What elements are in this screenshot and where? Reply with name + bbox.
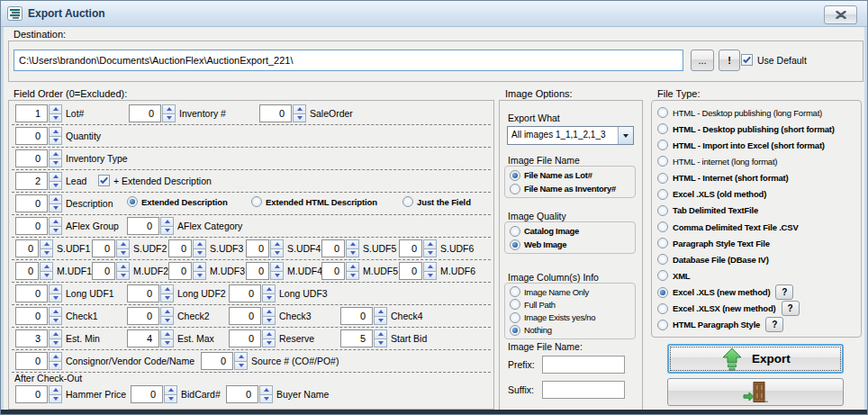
spinner-up-icon[interactable] xyxy=(423,239,437,248)
number-spinner[interactable]: 2 xyxy=(15,172,62,190)
suffix-input[interactable] xyxy=(542,381,625,399)
spinner-down-icon[interactable] xyxy=(164,394,177,404)
spinner-down-icon[interactable] xyxy=(262,293,276,303)
radio-option[interactable]: Extended Description xyxy=(127,196,228,207)
spinner-value[interactable]: 1 xyxy=(15,104,48,122)
number-spinner[interactable]: 0 xyxy=(15,385,62,403)
spinner-value[interactable]: 0 xyxy=(259,104,292,122)
use-default-checkbox[interactable]: Use Default xyxy=(741,54,807,66)
number-spinner[interactable]: 0 xyxy=(229,329,276,347)
number-spinner[interactable]: 0 xyxy=(399,262,437,280)
spinner-down-icon[interactable] xyxy=(423,248,437,258)
number-spinner[interactable]: 5 xyxy=(340,329,387,347)
spinner-up-icon[interactable] xyxy=(49,385,62,394)
spinner-up-icon[interactable] xyxy=(262,284,276,293)
spinner-value[interactable]: 0 xyxy=(127,307,159,325)
title-bar[interactable]: Export Auction xyxy=(1,1,867,27)
file-type-option[interactable]: Comma Delimited Text File .CSV xyxy=(652,219,861,235)
number-spinner[interactable]: 0 xyxy=(127,284,174,302)
spinner-up-icon[interactable] xyxy=(49,149,62,158)
number-spinner[interactable]: 0 xyxy=(92,239,130,257)
number-spinner[interactable]: 0 xyxy=(229,284,276,302)
spinner-value[interactable]: 0 xyxy=(226,385,258,403)
spinner-up-icon[interactable] xyxy=(346,262,359,271)
spinner-down-icon[interactable] xyxy=(49,361,62,371)
number-spinner[interactable]: 0 xyxy=(127,217,174,235)
spinner-down-icon[interactable] xyxy=(116,271,130,281)
file-type-option[interactable]: HTML - Desktop publishing (long Format) xyxy=(652,104,861,121)
spinner-down-icon[interactable] xyxy=(40,248,53,258)
help-button[interactable]: ? xyxy=(775,284,793,300)
spinner-up-icon[interactable] xyxy=(160,329,174,338)
alert-button[interactable]: ! xyxy=(719,50,740,71)
spinner-down-icon[interactable] xyxy=(259,394,273,404)
radio-option[interactable]: Image Name Only xyxy=(510,286,635,297)
file-type-option[interactable]: HTML Paragraph Style? xyxy=(652,317,861,333)
file-type-option[interactable]: HTML - internet (long format) xyxy=(652,153,861,169)
spinner-down-icon[interactable] xyxy=(234,361,248,371)
prefix-input[interactable] xyxy=(542,356,625,374)
spinner-down-icon[interactable] xyxy=(49,203,62,213)
spinner-down-icon[interactable] xyxy=(49,158,62,168)
spinner-up-icon[interactable] xyxy=(49,307,62,316)
spinner-value[interactable]: 4 xyxy=(127,329,159,347)
file-type-option[interactable]: Excel .XLSX (new method)? xyxy=(652,301,861,317)
number-spinner[interactable]: 0 xyxy=(15,284,62,302)
radio-option[interactable]: Just the Field xyxy=(402,196,471,207)
spinner-up-icon[interactable] xyxy=(49,217,62,226)
spinner-down-icon[interactable] xyxy=(116,248,130,258)
browse-button[interactable]: ... xyxy=(691,50,714,71)
spinner-down-icon[interactable] xyxy=(160,338,174,348)
spinner-down-icon[interactable] xyxy=(262,316,276,326)
spinner-value[interactable]: 0 xyxy=(15,307,48,325)
spinner-value[interactable]: 0 xyxy=(201,352,233,370)
file-type-option[interactable]: HTML - Internet (short format) xyxy=(652,170,861,186)
spinner-value[interactable]: 0 xyxy=(15,217,48,235)
spinner-down-icon[interactable] xyxy=(49,316,62,326)
spinner-value[interactable]: 0 xyxy=(92,239,115,257)
number-spinner[interactable]: 0 xyxy=(340,307,387,325)
destination-path-input[interactable] xyxy=(14,50,683,71)
spinner-up-icon[interactable] xyxy=(49,352,62,361)
spinner-up-icon[interactable] xyxy=(40,262,53,271)
spinner-down-icon[interactable] xyxy=(270,271,284,281)
file-type-option[interactable]: XML xyxy=(652,267,861,284)
extended-description-checkbox[interactable]: + Extended Description xyxy=(98,175,212,186)
spinner-down-icon[interactable] xyxy=(49,338,62,348)
export-button[interactable]: Export xyxy=(667,344,844,374)
exit-button[interactable] xyxy=(667,378,844,406)
spinner-value[interactable]: 0 xyxy=(127,217,159,235)
spinner-value[interactable]: 0 xyxy=(340,307,373,325)
spinner-down-icon[interactable] xyxy=(49,293,62,303)
number-spinner[interactable]: 0 xyxy=(127,307,174,325)
spinner-value[interactable]: 2 xyxy=(15,172,48,190)
spinner-value[interactable]: 0 xyxy=(321,239,345,257)
spinner-up-icon[interactable] xyxy=(346,239,359,248)
spinner-down-icon[interactable] xyxy=(49,394,62,404)
radio-option[interactable]: File Name as Lot# xyxy=(510,170,635,181)
help-button[interactable]: ? xyxy=(765,317,783,332)
number-spinner[interactable]: 0 xyxy=(92,262,130,280)
radio-option[interactable]: Nothing xyxy=(510,325,635,336)
number-spinner[interactable]: 0 xyxy=(15,194,62,212)
spinner-up-icon[interactable] xyxy=(234,352,248,361)
spinner-value[interactable]: 0 xyxy=(131,385,163,403)
spinner-down-icon[interactable] xyxy=(262,338,276,348)
radio-option[interactable]: Image Exists yes/no xyxy=(510,312,635,323)
spinner-value[interactable]: 0 xyxy=(15,127,48,145)
number-spinner[interactable]: 0 xyxy=(131,385,177,403)
spinner-down-icon[interactable] xyxy=(162,113,176,123)
spinner-value[interactable]: 0 xyxy=(399,262,422,280)
spinner-value[interactable]: 0 xyxy=(168,239,192,257)
spinner-up-icon[interactable] xyxy=(262,329,276,338)
spinner-down-icon[interactable] xyxy=(193,248,206,258)
number-spinner[interactable]: 1 xyxy=(15,104,62,122)
number-spinner[interactable]: 0 xyxy=(321,262,359,280)
spinner-down-icon[interactable] xyxy=(160,293,174,303)
spinner-down-icon[interactable] xyxy=(40,271,53,281)
spinner-up-icon[interactable] xyxy=(270,262,284,271)
number-spinner[interactable]: 0 xyxy=(15,127,62,145)
spinner-value[interactable]: 0 xyxy=(15,385,48,403)
spinner-up-icon[interactable] xyxy=(49,172,62,181)
spinner-value[interactable]: 0 xyxy=(168,262,192,280)
